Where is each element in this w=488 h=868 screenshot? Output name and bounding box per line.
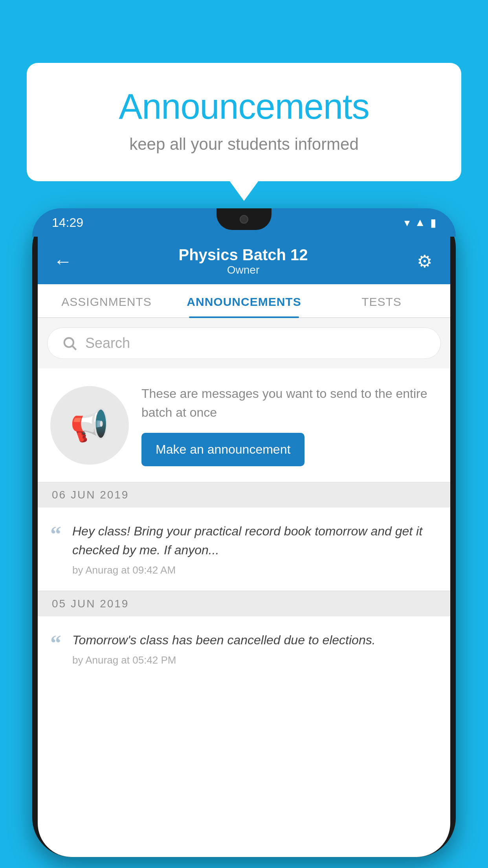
- announcement-intro: 📢 These are messages you want to send to…: [38, 368, 450, 482]
- notch: [216, 208, 272, 230]
- speech-bubble-title: Announcements: [58, 86, 430, 127]
- wifi-icon: ▾: [404, 216, 410, 229]
- svg-point-0: [64, 338, 73, 347]
- status-bar: 14:29 ▾ ▲ ▮: [32, 208, 456, 237]
- date-separator-1: 06 JUN 2019: [38, 482, 450, 508]
- announce-right: These are messages you want to send to t…: [141, 384, 438, 466]
- announcement-item-2[interactable]: “ Tomorrow's class has been cancelled du…: [38, 616, 450, 680]
- announcement-text-1: Hey class! Bring your practical record b…: [72, 522, 438, 576]
- batch-title: Physics Batch 12: [178, 246, 308, 264]
- tab-bar: ASSIGNMENTS ANNOUNCEMENTS TESTS: [38, 284, 450, 318]
- tab-assignments[interactable]: ASSIGNMENTS: [38, 284, 175, 317]
- status-icons: ▾ ▲ ▮: [404, 216, 436, 229]
- megaphone-circle: 📢: [50, 386, 129, 465]
- megaphone-icon: 📢: [70, 407, 109, 444]
- announcement-meta-1: by Anurag at 09:42 AM: [72, 564, 438, 576]
- announcement-item-1[interactable]: “ Hey class! Bring your practical record…: [38, 508, 450, 591]
- quote-icon-1: “: [50, 523, 61, 545]
- quote-icon-2: “: [50, 632, 61, 654]
- header-title-group: Physics Batch 12 Owner: [178, 246, 308, 276]
- phone-frame: 14:29 ▾ ▲ ▮ ← Physics Batch 12 Owner ⚙ A…: [32, 208, 456, 857]
- announcement-meta-2: by Anurag at 05:42 PM: [72, 654, 438, 666]
- search-bar[interactable]: Search: [47, 327, 441, 359]
- announcement-message-2: Tomorrow's class has been cancelled due …: [72, 631, 438, 649]
- settings-icon[interactable]: ⚙: [414, 251, 435, 272]
- battery-icon: ▮: [430, 216, 436, 229]
- phone-screen: ← Physics Batch 12 Owner ⚙ ASSIGNMENTS A…: [38, 237, 450, 857]
- search-placeholder: Search: [85, 335, 130, 351]
- speech-bubble-subtitle: keep all your students informed: [58, 135, 430, 154]
- announce-description: These are messages you want to send to t…: [141, 384, 438, 422]
- camera: [240, 215, 248, 224]
- app-header: ← Physics Batch 12 Owner ⚙: [38, 237, 450, 284]
- search-bar-container: Search: [38, 318, 450, 368]
- speech-bubble: Announcements keep all your students inf…: [27, 63, 461, 181]
- tab-tests[interactable]: TESTS: [313, 284, 450, 317]
- tab-announcements[interactable]: ANNOUNCEMENTS: [175, 284, 313, 317]
- search-icon: [62, 335, 77, 351]
- back-button[interactable]: ←: [53, 252, 72, 271]
- status-time: 14:29: [52, 215, 83, 230]
- speech-bubble-section: Announcements keep all your students inf…: [27, 63, 461, 181]
- svg-line-1: [73, 346, 76, 350]
- announcement-message-1: Hey class! Bring your practical record b…: [72, 522, 438, 559]
- date-separator-2: 05 JUN 2019: [38, 591, 450, 616]
- announcement-text-2: Tomorrow's class has been cancelled due …: [72, 631, 438, 666]
- make-announcement-button[interactable]: Make an announcement: [141, 433, 305, 466]
- batch-subtitle: Owner: [178, 264, 308, 276]
- signal-icon: ▲: [415, 216, 426, 229]
